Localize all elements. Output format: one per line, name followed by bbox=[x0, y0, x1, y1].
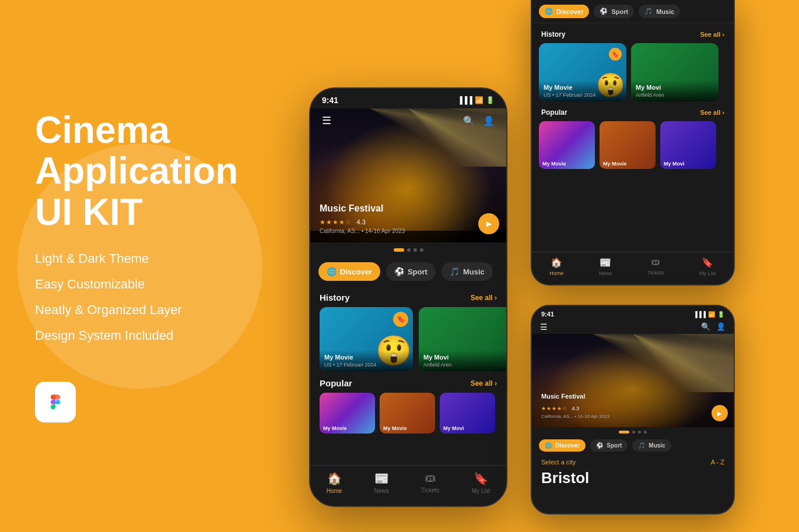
lights-bottom bbox=[532, 334, 734, 392]
history-cards-right: 😲 🔖 My Movie US • 17 Februari 2024 My Mo… bbox=[532, 43, 734, 101]
main-phone: 9:41 ▐▐▐ 📶 🔋 ☰ 🔍 👤 Music Festival ★★★★☆ … bbox=[309, 87, 507, 507]
nav-home-right[interactable]: 🏠 Home bbox=[549, 257, 563, 276]
sport-label-right: Sport bbox=[611, 8, 628, 15]
home-nav-label: Home bbox=[327, 488, 342, 494]
sort-label[interactable]: A - Z bbox=[711, 459, 724, 466]
status-icons-bottom: ▐▐▐ 📶 🔋 bbox=[693, 311, 724, 318]
cat-discover-bottom[interactable]: 🌐 Discover bbox=[539, 439, 586, 452]
signal-bottom: ▐▐▐ bbox=[693, 311, 706, 318]
status-icons: ▐▐▐ 📶 🔋 bbox=[457, 96, 495, 104]
popular-card-3[interactable]: My Movi bbox=[440, 393, 495, 434]
discover-icon-bottom: 🌐 bbox=[545, 442, 552, 449]
sport-icon: ⚽ bbox=[394, 267, 404, 276]
card-title-2: My Movi bbox=[423, 354, 506, 361]
right-phone-bottom: 9:41 ▐▐▐ 📶 🔋 ☰ 🔍 👤 Music Festival ★★★★☆ … bbox=[531, 305, 735, 515]
top-categories: 🌐 Discover ⚽ Sport 🎵 Music bbox=[532, 0, 734, 23]
popular-see-all[interactable]: See all bbox=[471, 379, 497, 387]
menu-icon[interactable]: ☰ bbox=[322, 114, 331, 127]
music-icon: 🎵 bbox=[450, 267, 460, 276]
cat-music-right[interactable]: 🎵 Music bbox=[639, 5, 680, 18]
battery-bottom: 🔋 bbox=[717, 311, 724, 318]
city-section: Select a city A - Z Bristol bbox=[532, 454, 734, 489]
popular-see-all-right[interactable]: See all bbox=[700, 109, 724, 116]
profile-icon-bottom[interactable]: 👤 bbox=[716, 322, 726, 332]
card-meta-2: Anfield Aren bbox=[423, 362, 506, 368]
music-label-bottom: Music bbox=[649, 442, 665, 449]
cat-music-bottom[interactable]: 🎵 Music bbox=[632, 439, 671, 452]
sport-label-bottom: Sport bbox=[607, 442, 622, 449]
popular-card-1[interactable]: My Movie bbox=[320, 393, 375, 434]
popular-card-2[interactable]: My Movie bbox=[380, 393, 435, 434]
bookmark-button[interactable]: 🔖 bbox=[393, 312, 408, 327]
hero-info-bottom: Music Festival ★★★★☆ 4.3 California, AS.… bbox=[541, 393, 705, 419]
city-label-row: Select a city A - Z bbox=[541, 459, 724, 466]
nav-home[interactable]: 🏠 Home bbox=[327, 471, 342, 494]
play-button[interactable]: ▶ bbox=[478, 213, 499, 234]
feature-item: Light & Dark Theme bbox=[35, 251, 245, 266]
history-see-all-right[interactable]: See all bbox=[700, 31, 724, 38]
history-card-right-1[interactable]: 😲 🔖 My Movie US • 17 Februari 2024 bbox=[539, 43, 626, 101]
category-sport[interactable]: ⚽ Sport bbox=[386, 262, 436, 281]
discover-label-right: Discover bbox=[556, 8, 583, 15]
history-title-right: History bbox=[541, 30, 565, 38]
pop-card-right-3[interactable]: My Movi bbox=[660, 121, 716, 169]
nav-news[interactable]: 📰 News bbox=[374, 471, 389, 494]
popular-cards-right: My Movie My Movie My Movi bbox=[532, 121, 734, 176]
tickets-nav-label: Tickets bbox=[421, 487, 439, 494]
main-title: Cinema Application UI KIT bbox=[35, 110, 245, 232]
features-list: Light & Dark Theme Easy Customizable Nea… bbox=[35, 251, 245, 354]
nav-news-right[interactable]: 📰 News bbox=[599, 257, 612, 276]
rating-value: 4.3 bbox=[356, 219, 365, 226]
cat-sport-right[interactable]: ⚽ Sport bbox=[594, 5, 634, 18]
history-card-1[interactable]: 😲 🔖 My Movie US • 17 Februari 2024 bbox=[320, 307, 413, 371]
status-bar: 9:41 ▐▐▐ 📶 🔋 bbox=[310, 89, 506, 108]
discover-label: Discover bbox=[340, 267, 372, 276]
search-icon-bottom[interactable]: 🔍 bbox=[701, 322, 710, 332]
history-see-all[interactable]: See all bbox=[471, 294, 497, 302]
pop-card-right-1[interactable]: My Movie bbox=[539, 121, 595, 169]
pop-label-1: My Movie bbox=[323, 425, 347, 431]
history-card-2[interactable]: My Movi Anfield Aren bbox=[419, 307, 506, 371]
dot-b3 bbox=[638, 431, 641, 434]
category-discover[interactable]: 🌐 Discover bbox=[318, 262, 380, 281]
history-header: History See all bbox=[310, 286, 506, 307]
left-panel: Cinema Application UI KIT Light & Dark T… bbox=[0, 0, 280, 532]
music-label-right: Music bbox=[656, 8, 674, 15]
nav-tickets-right[interactable]: 🎟 Tickets bbox=[647, 257, 664, 276]
category-music[interactable]: 🎵 Music bbox=[441, 262, 493, 281]
pop-label-3: My Movi bbox=[443, 425, 464, 431]
stars: ★★★★☆ bbox=[320, 219, 352, 226]
menu-icon-bottom[interactable]: ☰ bbox=[540, 322, 548, 332]
nav-mylist[interactable]: 🔖 My List bbox=[472, 471, 490, 494]
discover-icon: 🌐 bbox=[327, 267, 337, 276]
nav-mylist-right[interactable]: 🔖 My List bbox=[699, 257, 716, 276]
rating-bottom: 4.3 bbox=[572, 406, 579, 411]
history-card-right-2[interactable]: My Movi Anfield Aren bbox=[631, 43, 719, 101]
discover-label-bottom: Discover bbox=[555, 442, 580, 449]
play-btn-bottom[interactable]: ▶ bbox=[712, 405, 728, 421]
popular-header: Popular See all bbox=[310, 371, 506, 393]
card-overlay-right-2: My Movi Anfield Aren bbox=[631, 80, 719, 101]
dot-1 bbox=[394, 248, 404, 252]
profile-icon[interactable]: 👤 bbox=[483, 115, 495, 126]
nav-icons: 🔍 👤 bbox=[463, 115, 495, 126]
tickets-nav-icon: 🎟 bbox=[425, 471, 436, 485]
card-title: My Movie bbox=[324, 354, 408, 361]
dot-b1 bbox=[619, 431, 629, 434]
bookmark-right[interactable]: 🔖 bbox=[609, 48, 622, 61]
signal-icon: ▐▐▐ bbox=[457, 96, 472, 104]
pop-card-right-2[interactable]: My Movie bbox=[600, 121, 656, 169]
city-name: Bristol bbox=[541, 469, 724, 487]
cat-sport-bottom[interactable]: ⚽ Sport bbox=[590, 439, 628, 452]
history-title: History bbox=[320, 293, 350, 302]
search-icon[interactable]: 🔍 bbox=[463, 115, 475, 126]
mylist-icon-right: 🔖 bbox=[702, 257, 713, 268]
categories-bottom: 🌐 Discover ⚽ Sport 🎵 Music bbox=[532, 437, 734, 454]
cat-discover-right[interactable]: 🌐 Discover bbox=[539, 5, 589, 18]
card-overlay-right: My Movie US • 17 Februari 2024 bbox=[539, 80, 626, 101]
music-icon-right: 🎵 bbox=[644, 8, 653, 15]
bottom-nav-right: 🏠 Home 📰 News 🎟 Tickets 🔖 My List bbox=[532, 252, 734, 284]
nav-tickets[interactable]: 🎟 Tickets bbox=[421, 471, 439, 494]
music-icon-bottom: 🎵 bbox=[638, 442, 645, 449]
hero-meta: California, AS... • 14-16 Apr 2023 bbox=[320, 228, 477, 234]
